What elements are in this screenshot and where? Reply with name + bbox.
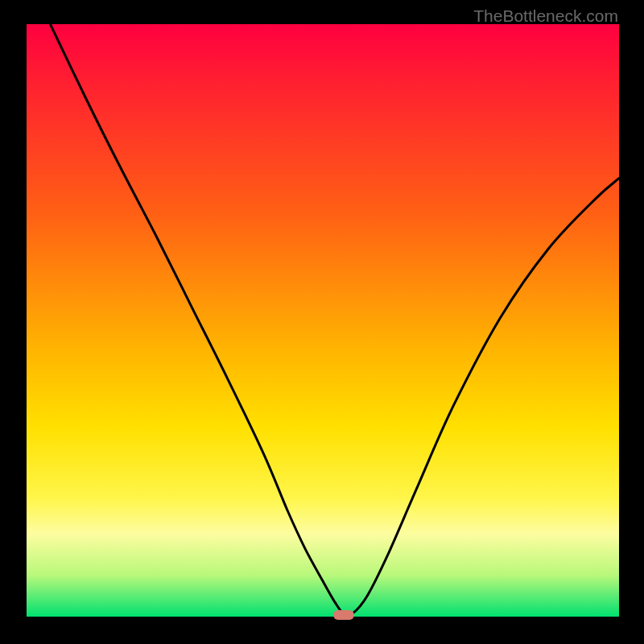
watermark-text: TheBottleneck.com — [473, 6, 618, 26]
bottleneck-curve — [27, 24, 619, 617]
chart-frame: TheBottleneck.com — [0, 0, 644, 644]
plot-area — [27, 24, 619, 617]
optimum-marker — [333, 610, 354, 620]
